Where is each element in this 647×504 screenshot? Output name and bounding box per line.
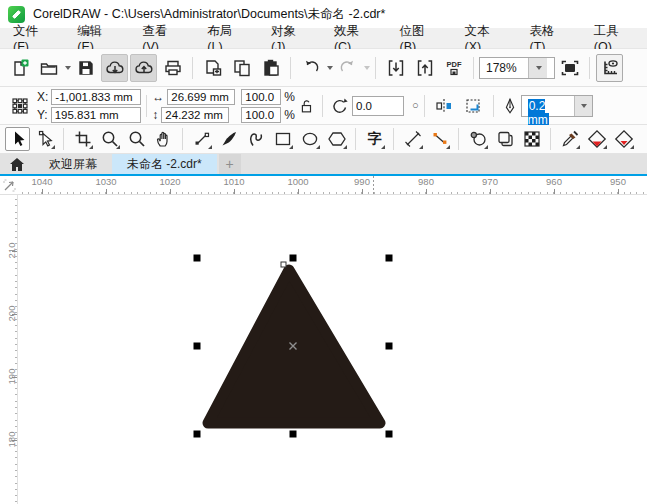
y-position-input[interactable] [51, 107, 141, 123]
separator [355, 128, 356, 150]
selection-handle[interactable] [194, 343, 201, 350]
vruler-label: 200 [6, 304, 17, 324]
rotate-angle-icon [329, 92, 351, 120]
zoom-level-combo[interactable]: 178% [479, 57, 555, 79]
workspace[interactable]: 210200190180 [0, 195, 647, 504]
page-boundary-mark [373, 176, 374, 195]
x-position-label: X: [37, 90, 48, 104]
color-eyedropper-tool-icon[interactable] [557, 127, 582, 151]
shape-tool-icon[interactable] [32, 127, 57, 151]
duplicate-icon[interactable] [199, 54, 226, 82]
undo-dropdown[interactable] [327, 66, 333, 70]
scale-width-input[interactable] [241, 89, 281, 105]
lock-ratio-icon[interactable] [296, 92, 316, 120]
property-bar: X: Y: ↔ ↕ % % ○ 0.2 [0, 87, 647, 125]
drop-shadow-tool-icon[interactable] [492, 127, 517, 151]
cloud-download-icon[interactable] [101, 54, 128, 82]
copy-icon[interactable] [228, 54, 255, 82]
open-folder-icon[interactable] [35, 54, 62, 82]
outline-pen-icon [500, 92, 520, 120]
new-tab-button[interactable]: + [219, 154, 241, 174]
freehand-tool-icon[interactable] [189, 127, 214, 151]
separator [393, 128, 394, 150]
selection-handle[interactable] [194, 431, 201, 438]
ellipse-tool-icon[interactable] [297, 127, 322, 151]
hruler-label: 970 [482, 176, 498, 187]
separator [63, 128, 64, 150]
dimension-tool-icon[interactable] [400, 127, 425, 151]
interactive-fill-tool-icon[interactable] [584, 127, 609, 151]
hruler-label: 980 [418, 176, 434, 187]
outline-width-dropdown[interactable] [574, 96, 592, 116]
object-width-icon: ↔ [152, 91, 164, 103]
cloud-upload-icon[interactable] [130, 54, 157, 82]
selection-handle[interactable] [290, 255, 297, 262]
save-icon[interactable] [72, 54, 99, 82]
wrap-text-icon[interactable] [460, 92, 487, 120]
separator [290, 57, 291, 79]
pan-tool-icon[interactable] [151, 127, 176, 151]
vruler-label: 190 [6, 367, 17, 387]
redo-icon [334, 54, 361, 82]
scale-height-input[interactable] [241, 107, 281, 123]
curve-tool-icon[interactable] [243, 127, 268, 151]
mesh-fill-tool-icon[interactable] [519, 127, 544, 151]
hruler-label: 1020 [159, 176, 180, 187]
fullscreen-preview-icon[interactable] [556, 54, 583, 82]
show-rulers-icon[interactable] [596, 54, 623, 82]
redo-dropdown[interactable] [364, 66, 370, 70]
hruler-label: 1040 [31, 176, 52, 187]
drawing-canvas[interactable] [18, 195, 647, 504]
document-tab-1[interactable]: 未命名 -2.cdr* [112, 154, 217, 174]
zoom-level-dropdown[interactable] [528, 58, 547, 78]
home-icon[interactable] [0, 154, 34, 174]
zoom-level-value: 178% [480, 58, 528, 78]
smart-fill-tool-icon[interactable] [611, 127, 636, 151]
document-tab-0[interactable]: 欢迎屏幕 [34, 154, 112, 174]
document-tab-bar: 欢迎屏幕未命名 -2.cdr*+ [0, 154, 647, 174]
separator [192, 57, 193, 79]
ruler-origin-icon[interactable] [0, 176, 18, 195]
x-position-input[interactable] [51, 89, 141, 105]
selection-handle[interactable] [386, 255, 393, 262]
import-icon[interactable] [382, 54, 409, 82]
connector-tool-icon[interactable] [427, 127, 452, 151]
outline-width-combo[interactable]: 0.2 mm [521, 95, 593, 117]
separator [550, 128, 551, 150]
publish-pdf-icon[interactable]: PDF [440, 54, 467, 82]
pick-tool-icon[interactable] [5, 127, 30, 151]
separator [182, 128, 183, 150]
separator [493, 95, 494, 117]
mirror-horizontal-icon[interactable] [431, 92, 458, 120]
hruler-label: 950 [610, 176, 626, 187]
separator [146, 95, 147, 117]
crop-tool-icon[interactable] [70, 127, 95, 151]
rotation-angle-input[interactable] [352, 96, 404, 116]
hruler-label: 990 [354, 176, 370, 187]
print-icon[interactable] [159, 54, 186, 82]
zoom-tool-secondary-icon[interactable] [124, 127, 149, 151]
rectangle-tool-icon[interactable] [270, 127, 295, 151]
object-origin-grid-icon[interactable] [6, 92, 33, 120]
object-height-input[interactable] [161, 107, 229, 123]
open-folder-dropdown[interactable] [65, 66, 71, 70]
selection-handle[interactable] [290, 431, 297, 438]
export-icon[interactable] [411, 54, 438, 82]
selection-handle[interactable] [386, 431, 393, 438]
standard-toolbar: PDF178% [0, 49, 647, 87]
apex-node-marker[interactable] [281, 262, 286, 267]
transparency-tool-icon[interactable] [465, 127, 490, 151]
artistic-media-tool-icon[interactable] [216, 127, 241, 151]
undo-icon[interactable] [297, 54, 324, 82]
object-width-input[interactable] [167, 89, 235, 105]
new-document-icon[interactable] [6, 54, 33, 82]
paste-icon[interactable] [257, 54, 284, 82]
zoom-tool-icon[interactable] [97, 127, 122, 151]
selection-handle[interactable] [194, 255, 201, 262]
polygon-tool-icon[interactable] [324, 127, 349, 151]
text-tool-icon[interactable]: 字 [362, 127, 387, 151]
angle-circle-icon: ○ [412, 100, 419, 111]
separator [375, 57, 376, 79]
separator [322, 95, 323, 117]
selection-handle[interactable] [386, 343, 393, 350]
